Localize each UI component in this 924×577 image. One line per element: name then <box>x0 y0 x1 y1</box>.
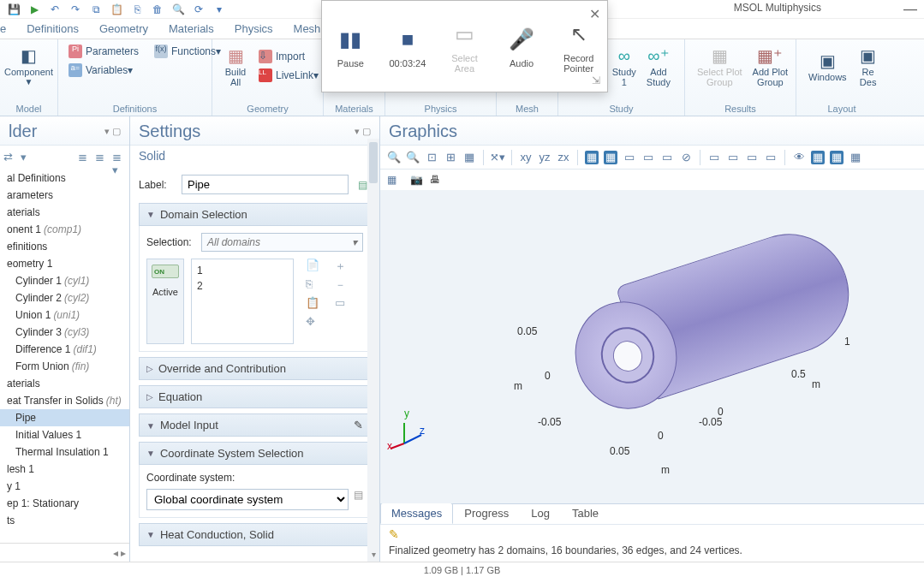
zoom-out-icon[interactable]: 🔍 <box>406 151 420 164</box>
tree-item[interactable]: Union 1(uni1) <box>0 306 129 324</box>
settings-scrollbar[interactable]: ▴ ▾ <box>367 139 379 562</box>
vis3-icon[interactable]: ▦ <box>830 151 844 164</box>
clip-icon[interactable]: 📋 <box>306 296 319 310</box>
add-icon[interactable]: ＋ <box>335 259 349 272</box>
study-button[interactable]: ∞Study 1 <box>607 43 641 89</box>
windows-button[interactable]: ▣Windows <box>803 48 852 84</box>
section-override[interactable]: ▷Override and Contribution <box>139 357 371 380</box>
livelink-button[interactable]: LLLiveLink ▾ <box>255 67 322 84</box>
tree-item[interactable]: al Definitions <box>0 170 129 187</box>
delete-icon[interactable]: 🗑 <box>151 3 164 16</box>
screenshot-icon[interactable]: 📷 <box>410 174 423 186</box>
duplicate-icon[interactable]: ⎘ <box>130 3 144 16</box>
pin-icon[interactable]: ⇲ <box>592 74 600 86</box>
domain-list[interactable]: 1 2 <box>191 259 294 344</box>
tree-item[interactable]: ts <box>0 512 129 529</box>
remove-icon[interactable]: － <box>335 277 349 291</box>
tree-scrollbar[interactable]: ◂ ▸ <box>0 543 129 562</box>
tb-icon[interactable]: ≣ ▾ <box>112 151 126 164</box>
tree-item[interactable]: Cylinder 3(cyl3) <box>0 324 129 341</box>
run-icon[interactable]: ▶ <box>27 3 41 16</box>
tab-materials[interactable]: Materials <box>158 19 224 39</box>
paste-sel-icon[interactable]: 📄 <box>306 259 319 272</box>
tab-messages[interactable]: Messages <box>380 503 453 524</box>
zoom-extents-icon[interactable]: ⊞ <box>444 151 457 164</box>
clip2-icon[interactable]: ▭ <box>726 151 740 164</box>
pause-button[interactable]: ▮▮ Pause <box>322 1 379 92</box>
view-zx-icon[interactable]: zx <box>557 151 570 164</box>
tab-home[interactable]: e <box>0 19 16 39</box>
tab-table[interactable]: Table <box>561 503 610 524</box>
sel-none-icon[interactable]: ▭ <box>660 151 674 164</box>
clear-icon[interactable]: ▭ <box>335 296 349 310</box>
vis1-icon[interactable]: 👁 <box>792 151 806 164</box>
tree-item[interactable]: Initial Values 1 <box>0 426 129 443</box>
tree-item[interactable]: arameters <box>0 187 129 204</box>
tree-item[interactable]: Cylinder 1(cyl1) <box>0 272 129 289</box>
section-equation[interactable]: ▷Equation <box>139 385 371 408</box>
tb-icon[interactable]: ⇄ <box>3 151 17 164</box>
section-heat[interactable]: ▼Heat Conduction, Solid <box>139 523 371 546</box>
select-area-button[interactable]: ▭ Select Area <box>436 1 493 92</box>
stop-button[interactable]: ■ 00:03:24 <box>379 1 437 92</box>
sel-point-icon[interactable]: ▭ <box>641 151 655 164</box>
clip4-icon[interactable]: ▭ <box>764 151 778 164</box>
domain-item[interactable]: 2 <box>197 278 288 294</box>
refresh-icon[interactable]: ⟳ <box>192 3 206 16</box>
tree-item[interactable]: Form Union(fin) <box>0 358 129 375</box>
view-xy-icon[interactable]: xy <box>519 151 533 164</box>
import-button[interactable]: ⇩Import <box>255 48 322 65</box>
copy-sel-icon[interactable]: ⎘ <box>306 277 319 291</box>
tree-item[interactable]: efinitions <box>0 238 129 255</box>
coord-dropdown[interactable]: Global coordinate system <box>146 489 349 510</box>
tree-item[interactable]: y 1 <box>0 478 129 495</box>
functions-button[interactable]: f(x)Functions ▾ <box>151 43 224 60</box>
tree-item[interactable]: onent 1(comp1) <box>0 221 129 238</box>
tab-definitions[interactable]: Definitions <box>16 19 89 39</box>
tree-item[interactable]: lesh 1 <box>0 461 129 478</box>
copy-icon[interactable]: ⧉ <box>89 3 103 16</box>
label-input[interactable] <box>182 175 349 194</box>
sel-domain-icon[interactable]: ▦ <box>585 151 599 164</box>
vis4-icon[interactable]: ▦ <box>849 151 862 164</box>
print-icon[interactable]: 🖶 <box>430 174 440 186</box>
sel-boundary-icon[interactable]: ▦ <box>604 151 617 164</box>
save-icon[interactable]: 💾 <box>7 3 21 16</box>
close-icon[interactable]: ✕ <box>589 6 600 22</box>
section-coord[interactable]: ▼Coordinate System Selection <box>139 442 371 465</box>
redo-icon[interactable]: ↷ <box>69 3 82 16</box>
tb-icon[interactable]: ▾ <box>21 151 34 164</box>
graphics-canvas[interactable]: 0.05 0 -0.05 m 0.05 0 -0.05 m 0 0.5 1 m … <box>380 190 924 503</box>
hide-icon[interactable]: ⊘ <box>679 151 693 164</box>
undo-icon[interactable]: ↶ <box>48 3 62 16</box>
zoom-sel-icon[interactable]: ▦ <box>462 151 476 164</box>
model-tree[interactable]: al Definitionsarametersaterialsonent 1(c… <box>0 170 129 543</box>
more-icon[interactable]: ▾ <box>212 3 226 16</box>
selection-dropdown[interactable]: All domains▾ <box>201 233 363 252</box>
active-toggle[interactable]: ON Active <box>146 259 184 344</box>
tab-physics[interactable]: Physics <box>224 19 283 39</box>
tree-item[interactable]: ep 1: Stationary <box>0 495 129 512</box>
select-plot-button[interactable]: ▦Select Plot Group <box>692 43 748 89</box>
domain-item[interactable]: 1 <box>197 263 288 278</box>
tab-geometry[interactable]: Geometry <box>89 19 158 39</box>
tb-icon[interactable]: ≣ <box>78 151 92 164</box>
broom-icon[interactable]: ✎ <box>389 527 915 541</box>
move-icon[interactable]: ✥ <box>306 315 319 329</box>
clip-icon[interactable]: ▭ <box>707 151 721 164</box>
zoom-icon[interactable]: 🔍 <box>171 3 185 16</box>
tree-item[interactable]: Difference 1(dif1) <box>0 341 129 358</box>
tb-icon[interactable]: ≣ <box>95 151 109 164</box>
edit-icon[interactable]: ✎ <box>354 419 363 431</box>
tab-progress[interactable]: Progress <box>453 503 520 524</box>
tree-item[interactable]: aterials <box>0 204 129 221</box>
tree-item[interactable]: aterials <box>0 375 129 392</box>
zoom-in-icon[interactable]: 🔍 <box>387 151 401 164</box>
tree-item[interactable]: Pipe <box>0 409 129 426</box>
minimize-button[interactable]: — <box>903 2 917 17</box>
vis2-icon[interactable]: ▦ <box>811 151 825 164</box>
add-plot-button[interactable]: ▦⁺Add Plot Group <box>748 43 794 89</box>
paste-icon[interactable]: 📋 <box>110 3 123 16</box>
tab-log[interactable]: Log <box>520 503 561 524</box>
component-button[interactable]: ◧ Component ▼ <box>7 43 51 88</box>
